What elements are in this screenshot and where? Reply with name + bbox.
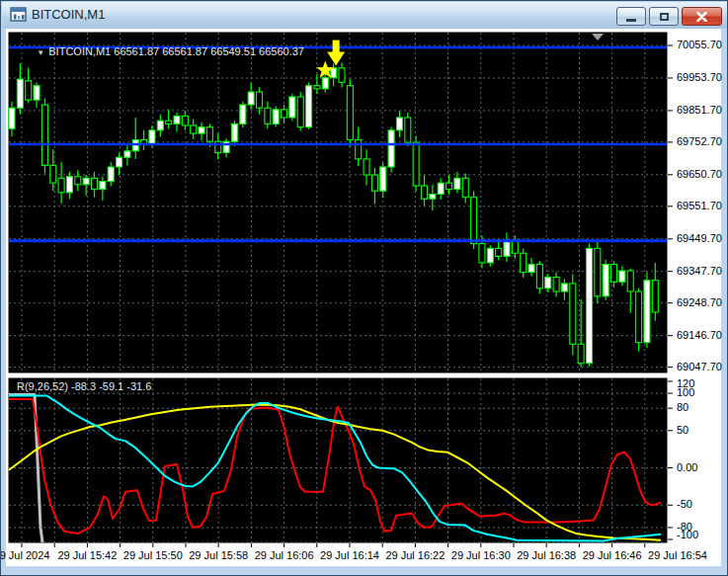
bear-candle [471, 198, 477, 244]
chart-canvas[interactable] [6, 29, 726, 566]
bear-candle [479, 244, 485, 263]
bull-candle [322, 78, 328, 89]
bull-candle [199, 127, 204, 133]
price-label: 70055.70 [677, 39, 722, 50]
time-label: 29 Jul 2024 [0, 549, 56, 561]
bull-candle [587, 248, 593, 363]
bear-candle [364, 159, 369, 175]
bear-candle [578, 344, 584, 363]
bear-candle [413, 142, 419, 186]
bull-candle [273, 110, 279, 124]
bear-candle [652, 281, 658, 312]
bear-candle [496, 248, 502, 256]
bear-candle [265, 108, 271, 123]
bull-candle [149, 130, 155, 145]
maximize-button[interactable] [649, 7, 679, 26]
bear-candle [92, 178, 98, 189]
bull-candle [487, 248, 493, 263]
price-axis[interactable]: 70055.7069953.7069851.7069752.7069650.70… [669, 30, 721, 373]
mt4-chart-window: BITCOIN,M1 ▼BITCOIN,M1 66561.87 66561.87… [0, 0, 728, 576]
price-label: 69650.70 [677, 168, 722, 180]
price-label: 69551.70 [677, 200, 722, 211]
indicator-scale-label: -100 [677, 529, 698, 540]
price-label: 69851.70 [677, 104, 722, 116]
bull-candle [9, 108, 15, 128]
bull-candle [504, 240, 510, 256]
time-label: 29 Jul 16:54 [643, 549, 712, 561]
bull-candle [132, 140, 138, 151]
time-label: 29 Jul 16:30 [446, 549, 516, 561]
indicator-scale-label: -50 [677, 498, 692, 510]
bull-candle [306, 86, 312, 127]
window-controls [616, 7, 722, 26]
bull-candle [528, 265, 534, 273]
minimize-button[interactable] [616, 7, 646, 26]
price-label: 69146.70 [677, 329, 722, 341]
bear-candle [166, 121, 172, 123]
bear-candle [356, 140, 362, 159]
bear-candle [553, 277, 559, 291]
price-label: 69752.70 [677, 135, 722, 147]
chart-client-area: ▼BITCOIN,M1 66561.87 66561.87 66549.51 6… [6, 29, 721, 566]
bull-candle [83, 178, 89, 184]
indicator-scale-label: 0.00 [677, 461, 697, 473]
bear-candle [75, 177, 81, 185]
bull-candle [561, 284, 567, 291]
bull-candle [438, 183, 444, 194]
window-title: BITCOIN,M1 [32, 7, 105, 22]
indicator-label: R(9,26,52) -88.3 -59.1 -31.6 [17, 380, 151, 392]
bull-candle [124, 151, 130, 157]
bull-candle [66, 177, 72, 193]
bull-candle [430, 194, 436, 199]
bear-candle [371, 175, 377, 191]
price-label: 69449.70 [677, 232, 722, 244]
window-icon [10, 7, 27, 24]
indicator-scale-label: 100 [677, 386, 694, 398]
price-label: 69248.70 [677, 296, 722, 308]
bull-candle [603, 265, 608, 296]
bull-candle [174, 116, 180, 123]
bear-candle [611, 265, 617, 283]
indicator-panel [8, 377, 668, 543]
collapse-ohlc-icon[interactable]: ▼ [37, 48, 44, 57]
bull-candle [117, 157, 122, 167]
bull-candle [248, 92, 254, 105]
bear-candle [41, 105, 47, 165]
window-titlebar[interactable]: BITCOIN,M1 [2, 2, 728, 29]
arrow-down-marker-stem[interactable] [333, 41, 340, 53]
ohlc-text: BITCOIN,M1 66561.87 66561.87 66549.51 66… [48, 45, 304, 57]
maximize-icon [660, 13, 669, 21]
bear-candle [595, 248, 601, 295]
chart-ohlc-header: ▼BITCOIN,M1 66561.87 66561.87 66549.51 6… [19, 34, 304, 69]
bull-candle [454, 178, 460, 189]
bull-candle [108, 167, 114, 182]
bear-candle [627, 271, 633, 291]
time-label: 29 Jul 15:58 [184, 549, 253, 561]
bear-candle [339, 68, 345, 83]
bear-candle [405, 118, 411, 142]
bull-candle [17, 79, 23, 108]
bear-candle [257, 92, 263, 108]
bull-candle [388, 130, 394, 167]
bear-candle [282, 110, 287, 118]
time-axis[interactable]: 29 Jul 202429 Jul 15:4229 Jul 15:5029 Ju… [6, 543, 721, 566]
bull-candle [380, 167, 386, 191]
bull-candle [231, 123, 237, 141]
bull-candle [396, 118, 402, 130]
bull-candle [644, 281, 650, 343]
bear-candle [26, 81, 32, 100]
bear-candle [206, 127, 212, 142]
bear-candle [462, 178, 468, 197]
bull-candle [619, 271, 625, 282]
indicator-axis[interactable]: 12010080500.00-50-80-100 [669, 375, 721, 545]
bear-candle [297, 97, 303, 127]
main-chart-panel [8, 32, 668, 373]
indicator-scale-label: 50 [677, 424, 688, 436]
bear-candle [636, 291, 642, 343]
bear-candle [570, 284, 576, 344]
bull-candle [100, 182, 106, 190]
time-label: 29 Jul 15:50 [119, 549, 188, 561]
bull-candle [240, 105, 246, 123]
close-icon [696, 12, 707, 22]
close-button[interactable] [682, 7, 722, 26]
